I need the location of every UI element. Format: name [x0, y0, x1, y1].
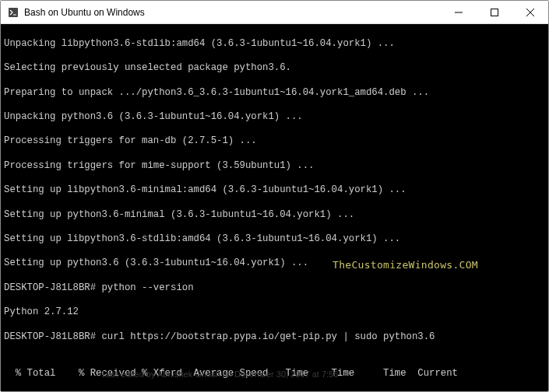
terminal-output[interactable]: Unpacking libpython3.6-stdlib:amd64 (3.6… — [1, 24, 548, 392]
terminal-line: Setting up python3.6-minimal (3.6.3-1ubu… — [4, 209, 545, 222]
terminal-line: DESKTOP-J81L8BR# python --version — [4, 282, 545, 295]
window-titlebar: Bash on Ubuntu on Windows — [1, 1, 548, 24]
terminal-line: Python 2.7.12 — [4, 306, 545, 319]
terminal-line: Setting up libpython3.6-minimal:amd64 (3… — [4, 184, 545, 197]
app-icon — [7, 6, 19, 19]
terminal-line: Unpacking python3.6 (3.6.3-1ubuntu1~16.0… — [4, 111, 545, 124]
terminal-line: Preparing to unpack .../python3.6_3.6.3-… — [4, 87, 545, 100]
terminal-line: Processing triggers for mime-support (3.… — [4, 160, 545, 173]
window-controls — [441, 1, 548, 23]
minimize-button[interactable] — [441, 1, 477, 23]
terminal-line: Processing triggers for man-db (2.7.5-1)… — [4, 135, 545, 148]
terminal-line: Setting up libpython3.6-stdlib:amd64 (3.… — [4, 233, 545, 246]
maximize-button[interactable] — [477, 1, 512, 23]
terminal-line: Unpacking libpython3.6-stdlib:amd64 (3.6… — [4, 38, 545, 51]
svg-rect-0 — [9, 8, 18, 17]
terminal-line: Setting up python3.6 (3.6.3-1ubuntu1~16.… — [4, 257, 545, 270]
terminal-line: Selecting previously unselected package … — [4, 62, 545, 75]
terminal-line: DESKTOP-J81L8BR# curl https://bootstrap.… — [4, 331, 545, 344]
close-button[interactable] — [512, 1, 548, 23]
terminal-line: % Total % Received % Xferd Average Speed… — [4, 368, 545, 380]
window-title: Bash on Ubuntu on Windows — [24, 7, 441, 18]
svg-rect-3 — [491, 9, 498, 16]
